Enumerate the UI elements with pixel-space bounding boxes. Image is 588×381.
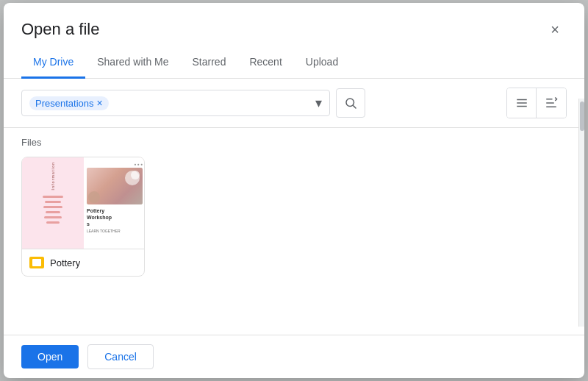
- slides-icon-inner: [32, 259, 41, 266]
- files-label: Files: [21, 137, 567, 148]
- thumb-card-title: PotteryWorkshops: [87, 207, 143, 227]
- thumb-image: [87, 168, 143, 204]
- file-name-pottery: Pottery: [50, 257, 80, 268]
- thumb-line-3: [43, 206, 62, 208]
- tab-upload[interactable]: Upload: [294, 47, 350, 79]
- tab-shared-with-me[interactable]: Shared with Me: [85, 47, 180, 79]
- open-file-dialog: Open a file × My Drive Shared with Me St…: [4, 3, 584, 378]
- files-grid: Information ● ● ●: [21, 157, 567, 277]
- toolbar: Presentations × ▾: [4, 79, 584, 128]
- dialog-overlay: Open a file × My Drive Shared with Me St…: [0, 0, 588, 381]
- scrollbar[interactable]: [578, 99, 584, 327]
- search-button[interactable]: [336, 88, 365, 118]
- filter-chip-presentations: Presentations ×: [29, 96, 109, 110]
- file-card-pottery[interactable]: Information ● ● ●: [21, 157, 145, 277]
- filter-dropdown-arrow-icon[interactable]: ▾: [315, 95, 322, 111]
- thumb-line-1: [43, 196, 63, 198]
- tab-my-drive[interactable]: My Drive: [21, 47, 85, 79]
- close-button[interactable]: ×: [543, 18, 567, 41]
- cancel-button[interactable]: Cancel: [87, 344, 154, 369]
- view-toggle-group: [506, 88, 567, 118]
- tab-recent[interactable]: Recent: [237, 47, 293, 79]
- filter-chip-remove[interactable]: ×: [97, 98, 103, 108]
- thumbnail-inner: Information ● ● ●: [22, 157, 145, 249]
- svg-point-0: [346, 99, 354, 107]
- search-icon: [344, 96, 357, 110]
- scrollbar-thumb: [580, 102, 584, 131]
- file-footer-pottery: Pottery: [22, 249, 144, 276]
- thumb-logo: ● ● ●: [87, 162, 143, 166]
- slides-icon-shape: [29, 257, 44, 268]
- list-view-button[interactable]: [507, 88, 537, 118]
- file-thumbnail-pottery: Information ● ● ●: [22, 157, 145, 249]
- thumb-line-2: [45, 201, 61, 203]
- filter-input[interactable]: Presentations × ▾: [21, 90, 330, 116]
- thumb-right-panel: ● ● ● PotteryWorkshops LEARN TOGETHER: [84, 157, 145, 249]
- thumb-line-6: [46, 221, 60, 224]
- tab-bar: My Drive Shared with Me Starred Recent U…: [4, 47, 584, 79]
- thumb-line-5: [44, 216, 62, 218]
- svg-line-1: [353, 105, 356, 108]
- thumb-card-subtitle: LEARN TOGETHER: [87, 229, 143, 233]
- files-area: Files Information: [4, 128, 584, 335]
- thumb-left-panel: Information: [22, 157, 84, 249]
- open-button[interactable]: Open: [21, 345, 79, 368]
- tab-starred[interactable]: Starred: [181, 47, 238, 79]
- sort-button[interactable]: [537, 88, 566, 118]
- dialog-title: Open a file: [21, 20, 99, 39]
- thumb-vertical-text: Information: [51, 162, 55, 190]
- sort-icon: [545, 96, 558, 110]
- list-view-icon: [515, 96, 528, 110]
- thumb-line-4: [46, 211, 60, 213]
- dialog-footer: Open Cancel: [4, 335, 584, 378]
- dialog-header: Open a file ×: [4, 3, 584, 41]
- filter-chip-label: Presentations: [35, 98, 94, 109]
- slides-icon: [29, 255, 44, 270]
